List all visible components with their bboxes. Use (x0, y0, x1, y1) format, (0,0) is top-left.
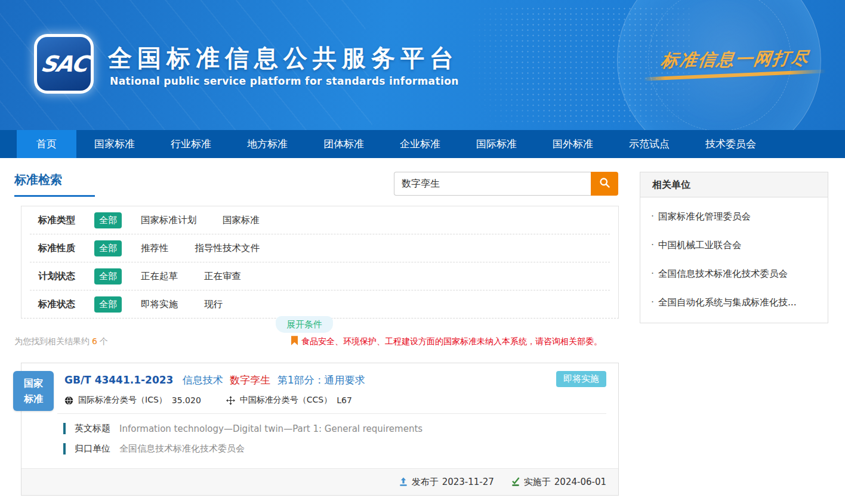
classification-row: 国际标准分类号（ICS） 35.020 中国标准分类号（CCS） L67 (64, 395, 606, 406)
filter-all-button[interactable]: 全部 (94, 296, 122, 313)
site-header: SAC 全国标准信息公共服务平台 National public service… (0, 0, 845, 130)
bookmark-icon (291, 336, 298, 348)
page-title-underline (14, 195, 95, 197)
count-number: 6 (92, 336, 97, 346)
page-title: 标准检索 (14, 172, 62, 188)
filter-label: 计划状态 (38, 270, 94, 283)
filter-row-standard-status: 标准状态 全部 即将实施 现行 (21, 290, 618, 318)
implemented-date: 2024-06-01 (554, 477, 606, 487)
sidebar-item-label: 全国自动化系统与集成标准化技... (658, 297, 797, 308)
filter-label: 标准性质 (38, 242, 94, 255)
filter-row-standard-type: 标准类型 全部 国家标准计划 国家标准 (21, 206, 618, 234)
bullet-icon: · (651, 240, 654, 251)
published-date: 2023-11-27 (442, 477, 494, 487)
nav-tab-home[interactable]: 首页 (17, 130, 76, 158)
filter-option[interactable]: 推荐性 (141, 242, 169, 255)
count-suffix: 个 (100, 336, 108, 346)
standard-result-card: 国家 标准 GB/T 43441.1-2023 信息技术 数字孪生 第1部分：通… (21, 363, 619, 496)
system-notice: 食品安全、环境保护、工程建设方面的国家标准未纳入本系统，请咨询相关部委。 (291, 336, 602, 348)
sac-logo-inner: SAC (37, 37, 91, 91)
related-units-list: ·国家标准化管理委员会 ·中国机械工业联合会 ·全国信息技术标准化技术委员会 ·… (640, 197, 828, 323)
site-slogan: 标准信息一网打尽 (644, 46, 827, 73)
filter-option[interactable]: 即将实施 (141, 298, 178, 311)
filter-option[interactable]: 正在审查 (204, 270, 241, 283)
filter-label: 标准类型 (38, 214, 94, 227)
filter-panel: 标准类型 全部 国家标准计划 国家标准 标准性质 全部 推荐性 指导性技术文件 … (21, 206, 619, 319)
main-content: 标准检索 标准类型 全部 国家标准计划 国家标准 (0, 158, 845, 504)
status-badge: 即将实施 (556, 371, 606, 387)
field-row-english-title: 英文标题 Information technology—Digital twin… (63, 423, 606, 434)
world-map-decoration (439, 6, 690, 125)
national-standard-badge: 国家 标准 (13, 371, 54, 411)
filter-all-button[interactable]: 全部 (94, 212, 122, 228)
field-row-committee: 归口单位 全国信息技术标准化技术委员会 (63, 443, 606, 454)
bullet-icon: · (651, 268, 654, 279)
sac-logo: SAC (34, 34, 94, 94)
site-title: 全国标准信息公共服务平台 (108, 42, 459, 75)
filter-option[interactable]: 正在起草 (141, 270, 178, 283)
filter-option[interactable]: 现行 (204, 298, 223, 311)
field-accent-bar (63, 443, 66, 454)
nav-tab-enterprise-standards[interactable]: 企业标准 (382, 130, 458, 158)
field-value: 全国信息技术标准化技术委员会 (119, 443, 245, 454)
filter-all-button[interactable]: 全部 (94, 240, 122, 256)
standard-title-part2: 第1部分：通用要求 (277, 374, 365, 386)
nav-tab-international-standards[interactable]: 国际标准 (458, 130, 535, 158)
related-units-panel: 相关单位 ·国家标准化管理委员会 ·中国机械工业联合会 ·全国信息技术标准化技术… (640, 172, 828, 323)
related-units-title: 相关单位 (640, 172, 828, 197)
card-divider (57, 413, 606, 414)
filter-option[interactable]: 国家标准计划 (141, 214, 196, 227)
upload-icon (399, 477, 408, 487)
filter-option[interactable]: 国家标准 (223, 214, 260, 227)
badge-line1: 国家 (24, 376, 43, 391)
ics-label: 国际标准分类号（ICS） (78, 395, 167, 406)
page: SAC 全国标准信息公共服务平台 National public service… (0, 0, 845, 504)
filter-all-button[interactable]: 全部 (94, 268, 122, 285)
standard-title-part1: 信息技术 (183, 374, 223, 386)
expand-conditions-button[interactable]: 展开条件 (276, 316, 333, 333)
main-nav: 首页 国家标准 行业标准 地方标准 团体标准 企业标准 国际标准 国外标准 示范… (0, 130, 845, 158)
nav-tab-pilot[interactable]: 示范试点 (611, 130, 687, 158)
filter-label: 标准状态 (38, 298, 94, 311)
implemented-label: 实施于 (524, 477, 551, 488)
nav-tab-foreign-standards[interactable]: 国外标准 (535, 130, 611, 158)
check-icon (511, 477, 520, 487)
standard-title-link[interactable]: GB/T 43441.1-2023 信息技术 数字孪生 第1部分：通用要求 (21, 363, 618, 387)
nav-tab-industry-standards[interactable]: 行业标准 (153, 130, 229, 158)
notice-text: 食品安全、环境保护、工程建设方面的国家标准未纳入本系统，请咨询相关部委。 (301, 336, 602, 347)
field-value: Information technology—Digital twin—Part… (119, 423, 422, 434)
sidebar-item-automation-committee[interactable]: ·全国自动化系统与集成标准化技... (651, 288, 817, 317)
published-date-group: 发布于 2023-11-27 (399, 477, 494, 488)
globe-icon (64, 396, 73, 405)
site-subtitle: National public service platform for sta… (110, 75, 459, 87)
sidebar-item-label: 全国信息技术标准化技术委员会 (658, 268, 788, 279)
nav-tab-national-standards[interactable]: 国家标准 (76, 130, 153, 158)
result-count-text: 为您找到相关结果约6个 (14, 336, 108, 347)
nav-tab-local-standards[interactable]: 地方标准 (229, 130, 306, 158)
nav-tab-group-standards[interactable]: 团体标准 (306, 130, 382, 158)
implemented-date-group: 实施于 2024-06-01 (511, 477, 606, 488)
bullet-icon: · (651, 297, 654, 308)
sidebar-item-label: 国家标准化管理委员会 (658, 211, 751, 222)
ccs-value: L67 (337, 395, 352, 405)
search-button[interactable] (591, 172, 618, 196)
field-accent-bar (63, 423, 66, 434)
search-box (394, 172, 618, 196)
standard-title-highlight: 数字孪生 (230, 374, 270, 386)
sidebar-item-machinery[interactable]: ·中国机械工业联合会 (651, 231, 817, 259)
sidebar-item-it-committee[interactable]: ·全国信息技术标准化技术委员会 (651, 259, 817, 288)
slogan-underline (643, 69, 826, 81)
published-label: 发布于 (412, 477, 439, 488)
standard-code: GB/T 43441.1-2023 (64, 374, 173, 386)
search-input[interactable] (394, 172, 591, 196)
search-icon (599, 177, 611, 191)
field-label: 归口单位 (75, 443, 110, 454)
filter-option[interactable]: 指导性技术文件 (195, 242, 260, 255)
sidebar-item-sac[interactable]: ·国家标准化管理委员会 (651, 202, 817, 231)
globe-decoration (648, 0, 791, 130)
nav-tab-technical-committee[interactable]: 技术委员会 (687, 130, 774, 158)
count-prefix: 为您找到相关结果约 (14, 336, 90, 346)
ccs-label: 中国标准分类号（CCS） (240, 395, 332, 406)
bullet-icon: · (651, 211, 654, 222)
badge-line2: 标准 (24, 391, 43, 407)
